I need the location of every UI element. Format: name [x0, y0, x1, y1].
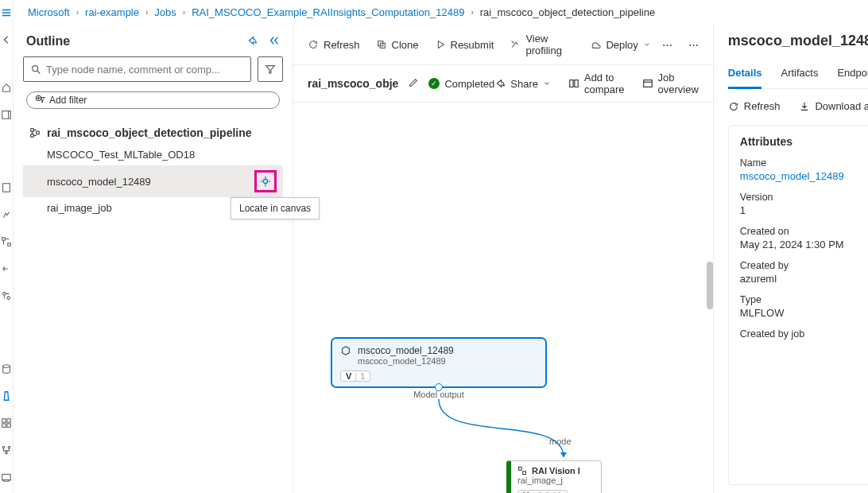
outline-tree: rai_mscoco_object_detection_pipeline MSC… [23, 122, 283, 219]
svg-rect-14 [2, 475, 11, 480]
automl-icon[interactable] [0, 208, 13, 221]
outline-search-input[interactable] [23, 56, 251, 82]
model-catalog-icon[interactable] [0, 108, 13, 121]
crumb-jobs[interactable]: Jobs [154, 6, 176, 18]
svg-rect-19 [31, 134, 34, 138]
svg-rect-0 [2, 111, 9, 119]
deploy-button[interactable]: Deploy [590, 39, 650, 51]
edit-title-icon[interactable] [408, 77, 419, 91]
back-icon[interactable] [0, 33, 13, 46]
notebooks-icon[interactable] [0, 181, 13, 194]
locate-in-canvas-button[interactable] [254, 170, 277, 192]
tab-details[interactable]: Details [728, 62, 762, 89]
job-subbar: rai_mscoco_obje ✓Completed Share Add to … [293, 65, 713, 103]
svg-rect-10 [7, 424, 10, 427]
tree-item-selected[interactable]: mscoco_model_12489 Locate in canvas [23, 165, 283, 197]
svg-rect-24 [575, 80, 578, 87]
svg-rect-17 [31, 129, 34, 132]
attributes-card: Attributes Namemscoco_model_12489 Versio… [728, 125, 868, 485]
details-panel: mscoco_model_12489 Details Artifacts End… [714, 25, 868, 493]
resubmit-button[interactable]: Resubmit [435, 39, 494, 51]
search-field[interactable] [46, 64, 244, 76]
svg-point-4 [3, 293, 6, 296]
job-overview-button[interactable]: Job overview [642, 72, 699, 95]
svg-point-11 [2, 446, 5, 448]
svg-point-15 [33, 66, 38, 72]
canvas-node-rai[interactable]: RAI Vision I rai_image_j V|0.0.16 [506, 460, 602, 493]
svg-marker-26 [560, 452, 567, 457]
tab-artifacts[interactable]: Artifacts [781, 62, 818, 88]
add-to-compare-button[interactable]: Add to compare [568, 72, 625, 95]
tracking-icon[interactable] [0, 289, 13, 302]
crumb-current: rai_mscoco_object_detection_pipeline [480, 6, 655, 18]
menu-icon[interactable] [0, 6, 13, 19]
svg-rect-1 [3, 184, 10, 192]
download-all-button[interactable]: Download all [799, 100, 868, 112]
svg-point-5 [7, 297, 10, 300]
crumb-project[interactable]: rai-example [85, 6, 139, 18]
job-toolbar: Refresh Clone Resubmit View profiling De… [293, 25, 713, 65]
collapse-panel-icon[interactable] [269, 35, 280, 49]
scroll-indicator [707, 262, 713, 309]
left-navigation-rail [0, 0, 14, 493]
pipeline-canvas[interactable]: mscoco_model_12489 mscoco_model_12489 V|… [293, 103, 713, 493]
tree-item[interactable]: MSCOCO_Test_MLTable_OD18 [23, 144, 283, 165]
job-status: ✓Completed [428, 78, 494, 90]
svg-rect-18 [37, 131, 40, 134]
share-outline-icon[interactable] [246, 35, 258, 49]
svg-rect-28 [523, 472, 526, 475]
share-button[interactable]: Share [494, 78, 551, 90]
add-filter-button[interactable]: Add filter [26, 91, 280, 109]
environments-icon[interactable] [0, 471, 13, 483]
details-tabs: Details Artifacts Endpoints ⋯ [728, 62, 868, 89]
tree-root[interactable]: rai_mscoco_object_detection_pipeline [23, 122, 283, 144]
svg-rect-23 [570, 80, 573, 87]
crumb-workspace[interactable]: Microsoft [28, 6, 70, 18]
home-icon[interactable] [0, 81, 13, 94]
svg-point-20 [263, 179, 267, 183]
tab-endpoints[interactable]: Endpoints [837, 62, 868, 88]
panel-more-icon[interactable]: ⋯ [688, 39, 699, 51]
svg-rect-7 [2, 419, 6, 422]
pipelines-icon[interactable] [0, 444, 13, 456]
crumb-experiment[interactable]: RAI_MSCOCO_Example_RAIInsights_Computati… [192, 6, 464, 18]
breadcrumb: Microsoft› rai-example› Jobs› RAI_MSCOCO… [14, 0, 868, 25]
view-profiling-button[interactable]: View profiling [510, 33, 574, 56]
canvas-node-model[interactable]: mscoco_model_12489 mscoco_model_12489 V|… [331, 338, 546, 387]
toolbar-more-icon[interactable]: ⋯ [662, 39, 672, 51]
svg-rect-9 [2, 424, 6, 427]
svg-rect-8 [7, 419, 10, 422]
svg-rect-27 [519, 468, 522, 471]
job-title: rai_mscoco_obje [308, 77, 398, 90]
outline-panel: Outline Add filter [14, 25, 293, 493]
details-refresh-button[interactable]: Refresh [728, 100, 781, 112]
jobs-icon[interactable] [0, 390, 13, 402]
port-label: Model output [413, 390, 464, 399]
attributes-heading: Attributes [740, 135, 868, 148]
data-icon[interactable] [0, 363, 13, 375]
attr-name-link[interactable]: mscoco_model_12489 [740, 170, 868, 182]
filter-button[interactable] [258, 56, 283, 82]
edge-label: mode [549, 437, 572, 446]
designer-icon[interactable] [0, 235, 13, 248]
components-icon[interactable] [0, 417, 13, 429]
locate-tooltip: Locate in canvas [231, 197, 320, 219]
details-title: mscoco_model_12489 [728, 33, 868, 49]
svg-rect-3 [8, 243, 11, 246]
outline-title: Outline [26, 34, 70, 49]
clone-button[interactable]: Clone [376, 39, 419, 51]
svg-point-6 [3, 365, 10, 368]
prompt-flow-icon[interactable] [0, 262, 13, 275]
svg-rect-2 [2, 238, 6, 241]
svg-point-12 [8, 446, 10, 448]
canvas-edge [436, 397, 595, 462]
svg-rect-25 [643, 80, 652, 87]
refresh-button[interactable]: Refresh [308, 39, 360, 51]
